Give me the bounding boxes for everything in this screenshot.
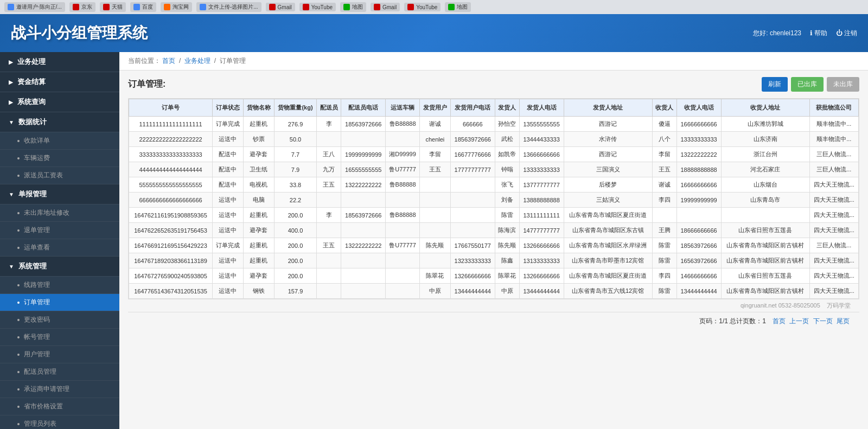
table-cell: 后楼梦 — [564, 177, 652, 193]
pagination-last[interactable]: 尾页 — [837, 317, 850, 325]
table-cell: 4444444444444444444 — [129, 162, 213, 177]
table-cell: 三国演义 — [564, 162, 652, 177]
notout-button[interactable]: 未出库 — [827, 77, 859, 92]
table-cell: 陈先顺 — [419, 238, 450, 253]
table-row[interactable]: 1647669121695156429223订单完成起重机200.0王五1322… — [129, 238, 859, 253]
table-row[interactable]: 1647622652635191756453运送中避孕套400.0陈海滨1477… — [129, 223, 859, 238]
dot-icon — [17, 157, 20, 159]
dot-icon — [17, 406, 20, 408]
table-cell: 张飞 — [495, 177, 519, 193]
sidebar-item-carriermgmt[interactable]: 承运商申请管理 — [0, 381, 119, 398]
breadcrumb-business[interactable]: 业务处理 — [184, 57, 210, 65]
table-cell: 电视机 — [243, 177, 274, 193]
table-cell — [341, 193, 386, 208]
table-cell: 九万 — [317, 162, 341, 177]
table-cell: 谢诚 — [652, 177, 676, 193]
table-cell: 13333333333 — [676, 132, 721, 147]
table-row[interactable]: 1111111111111111111订单完成起重机276.9李18563972… — [129, 117, 859, 132]
table-cell — [317, 223, 341, 238]
table-cell: 山东潍坊郭城 — [721, 117, 809, 132]
table-cell: 钢铁 — [243, 284, 274, 299]
table-cell: 山东省青岛市城阳区夏庄街道 — [564, 268, 652, 284]
table-row[interactable]: 1647671892038366113189运送中起重机200.01323333… — [129, 253, 859, 268]
sidebar-item-adminlist[interactable]: 管理员列表 — [0, 415, 119, 429]
table-cell: 避孕套 — [243, 268, 274, 284]
sidebar-item-route[interactable]: 线路管理 — [0, 277, 119, 294]
dot-icon — [17, 175, 20, 177]
table-cell: 电脑 — [243, 193, 274, 208]
sidebar-item-cityprice[interactable]: 省市价格设置 — [0, 398, 119, 415]
table-cell: 王五 — [419, 162, 450, 177]
sidebar-item-usermgmt[interactable]: 用户管理 — [0, 346, 119, 363]
table-cell: 四大天王物流... — [809, 177, 858, 193]
tab-taobao[interactable]: 淘宝网 — [161, 2, 192, 12]
table-cell: 山东济南 — [721, 132, 809, 147]
tab-youtube2[interactable]: YouTube — [404, 3, 441, 11]
logout-button[interactable]: ⏻ 注销 — [836, 29, 857, 38]
table-cell: 157.9 — [274, 284, 317, 299]
table-cell: 鲁B88888 — [386, 177, 420, 193]
table-row[interactable]: 4444444444444444444配送中卫生纸7.9九万1655555555… — [129, 162, 859, 177]
tab-favicon — [200, 4, 206, 10]
table-row[interactable]: 1647765143674312051535运送中钢铁157.9中原134444… — [129, 284, 859, 299]
pagination-prev[interactable]: 上一页 — [789, 317, 809, 325]
sidebar-item-singlereport[interactable]: ▼ 单报管理 — [0, 184, 119, 204]
table-cell — [450, 223, 495, 238]
table-cell: 李 — [317, 117, 341, 132]
table-row[interactable]: 2222222222222222222运送中钞票50.0chenlei18563… — [129, 132, 859, 147]
sidebar-item-business[interactable]: ▶ 业务处理 — [0, 52, 119, 72]
breadcrumb: 当前位置： 首页 / 业务处理 / 订单管理 — [119, 52, 868, 71]
table-cell: 13444433333 — [519, 132, 564, 147]
sidebar-item-sysmgmt[interactable]: ▼ 系统管理 — [0, 257, 119, 277]
table-row[interactable]: 3333333333333333333配送中避孕套7.7王八1999999999… — [129, 147, 859, 162]
table-row[interactable]: 5555555555555555555配送中电视机33.8王五132222222… — [129, 177, 859, 193]
table-cell: 刘备 — [495, 193, 519, 208]
pagination-first[interactable]: 首页 — [773, 317, 786, 325]
sidebar-item-changepwd[interactable]: 更改密码 — [0, 311, 119, 329]
sidebar-item-dispatchmgmt[interactable]: 配送员管理 — [0, 363, 119, 381]
sidebar-item-datastat[interactable]: ▼ 数据统计 — [0, 112, 119, 132]
sidebar-item-collect[interactable]: 收款详单 — [0, 132, 119, 150]
tab-favicon — [407, 4, 414, 10]
header-user-area: 您好: chenlei123 ℹ 帮助 ⏻ 注销 — [753, 29, 857, 38]
table-cell: 钟嗡 — [495, 162, 519, 177]
help-button[interactable]: ℹ 帮助 — [810, 29, 827, 38]
sidebar-item-unout[interactable]: 未出库地址修改 — [0, 204, 119, 222]
table-row[interactable]: 1647672765900240593805运送中避孕套200.0陈翠花1326… — [129, 268, 859, 284]
table-cell: 16555555555 — [341, 162, 386, 177]
tab-youtube1[interactable]: YouTube — [299, 3, 336, 11]
table-cell — [317, 193, 341, 208]
tab-tmall[interactable]: 天猫 — [100, 2, 126, 12]
sidebar-item-refund[interactable]: 退单管理 — [0, 222, 119, 239]
table-cell: 起重机 — [243, 253, 274, 268]
instock-button[interactable]: 已出库 — [791, 77, 824, 92]
sidebar-item-orderlook[interactable]: 运单查看 — [0, 239, 119, 257]
sidebar-item-sysquery[interactable]: ▶ 系统查询 — [0, 92, 119, 112]
tab-baidu[interactable]: 百度 — [130, 2, 156, 12]
sidebar-item-dispatch[interactable]: 派送员工资表 — [0, 167, 119, 184]
pagination-next[interactable]: 下一页 — [813, 317, 833, 325]
table-cell: 7.7 — [274, 147, 317, 162]
tab-gmail1[interactable]: Gmail — [266, 3, 295, 11]
tab-jd[interactable]: 京东 — [69, 2, 95, 12]
refresh-button[interactable]: 刷新 — [762, 77, 788, 92]
tab-map1[interactable]: 地图 — [340, 2, 366, 12]
table-cell: 西游记 — [564, 147, 652, 162]
sidebar-item-accountmgmt[interactable]: 帐号管理 — [0, 329, 119, 346]
tab-invite[interactable]: 邀请用户·陈向正/... — [4, 2, 65, 12]
action-buttons: 刷新 已出库 未出库 — [762, 77, 859, 92]
table-cell: 钞票 — [243, 132, 274, 147]
table-row[interactable]: 6666666666666666666运送中电脑22.2刘备1388888888… — [129, 193, 859, 208]
sidebar-item-ordermgmt[interactable]: 订单管理 — [0, 294, 119, 311]
table-cell: 陈先顺 — [495, 238, 519, 253]
table-cell: 14666666666 — [676, 268, 721, 284]
tab-upload[interactable]: 文件上传-选择图片... — [196, 2, 261, 12]
table-cell: 山东省日照市五莲县 — [721, 223, 809, 238]
tab-gmail2[interactable]: Gmail — [371, 3, 400, 11]
table-cell: 西游记 — [564, 117, 652, 132]
sidebar-item-finance[interactable]: ▶ 资金结算 — [0, 72, 119, 92]
table-row[interactable]: 1647621161951908859365运送中起重机200.0李185639… — [129, 208, 859, 223]
sidebar-item-vehicle[interactable]: 车辆运费 — [0, 150, 119, 167]
breadcrumb-home[interactable]: 首页 — [162, 57, 175, 65]
tab-map2[interactable]: 地图 — [445, 2, 471, 12]
